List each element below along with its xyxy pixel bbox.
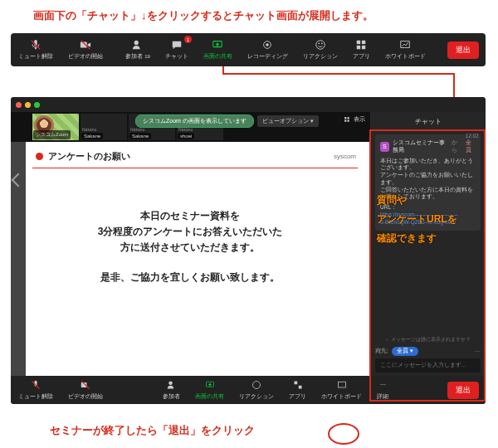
brand-logo: syscom (334, 153, 356, 160)
more-button[interactable]: ⋯詳細 (369, 376, 396, 404)
chat-more-icon[interactable]: ⋯ (475, 348, 481, 355)
annotation-text: 質問や アンケートURLを 確認できます (377, 191, 479, 247)
apps-icon (292, 379, 304, 391)
share-status-bar: シスコムZoom の画面を表示しています ビューオプション ▾ (135, 115, 319, 127)
mute-button[interactable]: ミュート解除 (11, 33, 61, 66)
mic-off-icon (30, 39, 42, 51)
apps-icon (355, 39, 367, 51)
shared-slide: アンケートのお願い syscom 本日のセミナー資料を3分程度のアンケートにお答… (11, 142, 369, 376)
svg-point-18 (168, 382, 173, 386)
thumb-participant[interactable]: SakaneNakano (81, 114, 127, 140)
video-off-icon (80, 39, 91, 51)
share-status-pill: シスコムZoom の画面を表示しています (135, 114, 254, 128)
whiteboard-icon (336, 379, 348, 391)
svg-rect-10 (357, 46, 360, 49)
traffic-lights[interactable] (11, 102, 40, 108)
slide-body: 本日のセミナー資料を3分程度のアンケートにお答えいただいた方に送付させていただき… (11, 168, 369, 285)
svg-point-7 (321, 42, 323, 44)
chat-badge: 1 (184, 36, 192, 43)
view-options-button[interactable]: ビューオプション ▾ (257, 115, 319, 127)
reaction-button[interactable]: リアクション (295, 33, 345, 66)
prev-slide-arrow[interactable] (11, 142, 26, 376)
zoom-window: シスコムZoom の画面を表示しています ビューオプション ▾ 表示 シスコムZ… (11, 97, 486, 404)
people-icon (132, 39, 144, 51)
svg-rect-14 (348, 117, 349, 119)
share-icon (212, 39, 223, 51)
record-icon (261, 39, 273, 51)
chat-time: 12:02 (466, 133, 479, 139)
zoom-toolbar-bottom: ミュート解除 ビデオの開始 参加者 画面の共有 リアクション アプリ ホワイトボ… (11, 376, 486, 404)
chat-panel: チャット 12:02 S シスコムセミナー事務局 から 全員 本日はご参加いただ… (369, 112, 486, 376)
chat-button[interactable]: 1 チャット (158, 33, 196, 66)
svg-rect-15 (344, 119, 346, 121)
svg-rect-9 (362, 41, 365, 44)
svg-point-4 (266, 43, 270, 46)
svg-rect-23 (338, 382, 345, 387)
svg-rect-11 (362, 46, 365, 49)
exit-button-top[interactable]: 退出 (447, 41, 479, 59)
participants-button[interactable]: 参加者 (155, 376, 188, 404)
chat-icon (171, 39, 183, 51)
whiteboard-icon (399, 39, 411, 51)
sender-name: シスコムセミナー事務局 (393, 139, 449, 154)
chat-input[interactable]: ここにメッセージを入力します... (375, 358, 481, 373)
svg-rect-22 (298, 386, 301, 389)
titlebar (11, 97, 486, 112)
apps-button[interactable]: アプリ (281, 376, 314, 404)
share-icon (204, 379, 216, 391)
share-screen-button[interactable]: 画面の共有 (196, 33, 240, 66)
to-label: 宛先: (375, 348, 388, 355)
arrow-horizontal (222, 73, 455, 75)
mic-off-icon (30, 379, 42, 391)
reaction-button[interactable]: リアクション (232, 376, 281, 404)
svg-point-1 (134, 41, 139, 45)
arrow-stub (222, 66, 224, 74)
to-selector[interactable]: 全員 ▾ (392, 347, 418, 356)
video-button[interactable]: ビデオの開始 (61, 33, 110, 66)
video-button[interactable]: ビデオの開始 (61, 376, 110, 404)
chat-header: チャット (370, 112, 486, 131)
people-icon (166, 379, 178, 391)
caption-top: 画面下の「チャット」↓をクリックするとチャット画面が展開します。 (33, 8, 374, 23)
exit-button-bottom[interactable]: 退出 (447, 382, 479, 399)
apps-button[interactable]: アプリ (345, 33, 378, 66)
svg-rect-8 (357, 41, 360, 44)
caption-bottom: セミナーが終了したら「退出」をクリック (50, 423, 255, 438)
chat-visibility-hint[interactable]: ← メッセージは誰に表示されますか？ (375, 336, 481, 343)
mute-button[interactable]: ミュート解除 (11, 376, 61, 404)
zoom-toolbar-top: ミュート解除 ビデオの開始 参加者 19 1 チャット 画面の共有 レコーディン… (11, 33, 486, 66)
svg-point-20 (253, 382, 261, 389)
participants-button[interactable]: 参加者 19 (118, 33, 158, 66)
bullet-icon (36, 153, 43, 160)
annotation-circle (328, 423, 359, 445)
more-icon: ⋯ (377, 379, 388, 391)
svg-rect-16 (348, 119, 349, 121)
svg-rect-13 (344, 117, 346, 119)
smile-icon (251, 379, 262, 391)
svg-point-5 (316, 41, 325, 50)
svg-point-6 (318, 42, 320, 44)
sender-avatar-icon: S (380, 142, 389, 152)
svg-rect-21 (294, 382, 297, 385)
whiteboard-button[interactable]: ホワイトボード (314, 376, 369, 404)
smile-icon (315, 39, 326, 51)
record-button[interactable]: レコーディング (240, 33, 295, 66)
slide-title: アンケートのお願い (48, 150, 130, 163)
thumb-self[interactable]: シスコムZoom (32, 114, 79, 140)
share-screen-button[interactable]: 画面の共有 (188, 376, 232, 404)
video-off-icon (80, 379, 91, 391)
whiteboard-button[interactable]: ホワイトボード (378, 33, 433, 66)
view-toggle[interactable]: 表示 (344, 115, 365, 124)
